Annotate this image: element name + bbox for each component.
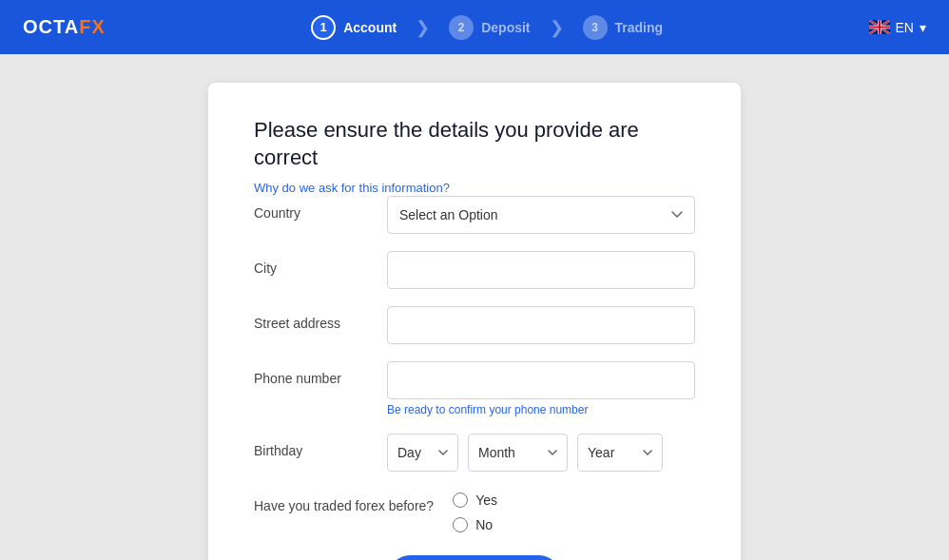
city-input[interactable] xyxy=(387,251,695,289)
continue-row: CONTINUE › xyxy=(254,555,695,560)
city-field xyxy=(387,251,695,289)
birthday-year-select[interactable]: Year xyxy=(577,434,663,472)
uk-flag-icon xyxy=(869,20,890,34)
card-subtitle-link[interactable]: Why do we ask for this information? xyxy=(254,181,450,195)
forex-yes-label: Yes xyxy=(475,492,497,508)
language-selector[interactable]: EN ▾ xyxy=(869,20,926,35)
street-field xyxy=(387,306,695,344)
forex-row: Have you traded forex before? Yes No xyxy=(254,489,695,532)
nav-steps: 1 Account ❯ 2 Deposit ❯ 3 Trading xyxy=(296,15,678,40)
card-title: Please ensure the details you provide ar… xyxy=(254,117,695,171)
phone-row: Phone number Be ready to confirm your ph… xyxy=(254,361,695,416)
step-arrow-2: ❯ xyxy=(550,17,564,38)
step-3-label: Trading xyxy=(615,20,664,35)
lang-text: EN xyxy=(896,20,914,35)
header: OCTAFX 1 Account ❯ 2 Deposit ❯ 3 Trading… xyxy=(0,0,949,54)
phone-hint: Be ready to confirm your phone number xyxy=(387,403,695,416)
forex-yes-option[interactable]: Yes xyxy=(453,492,497,508)
birthday-month-select[interactable]: Month xyxy=(468,434,568,472)
country-row: Country Select an Option xyxy=(254,196,695,234)
step-2-number: 2 xyxy=(449,15,474,40)
forex-no-option[interactable]: No xyxy=(453,517,497,532)
step-1-label: Account xyxy=(343,20,397,35)
step-arrow-1: ❯ xyxy=(416,17,430,38)
forex-radio-group: Yes No xyxy=(453,489,497,532)
country-label: Country xyxy=(254,196,368,221)
step-deposit: 2 Deposit xyxy=(434,15,545,40)
form-card: Please ensure the details you provide ar… xyxy=(208,83,741,560)
logo-octa: OCTA xyxy=(23,16,79,37)
step-trading: 3 Trading xyxy=(568,15,679,40)
street-input[interactable] xyxy=(387,306,695,344)
forex-label: Have you traded forex before? xyxy=(254,489,434,513)
step-account: 1 Account xyxy=(296,15,412,40)
forex-no-label: No xyxy=(475,517,493,532)
country-select[interactable]: Select an Option xyxy=(387,196,695,234)
birthday-row: Birthday Day Month Year xyxy=(254,434,695,472)
birthday-field: Day Month Year xyxy=(387,434,695,472)
phone-input[interactable] xyxy=(387,361,695,399)
city-label: City xyxy=(254,251,368,276)
phone-label: Phone number xyxy=(254,361,368,386)
step-2-label: Deposit xyxy=(481,20,530,35)
logo: OCTAFX xyxy=(23,16,106,38)
logo-fx: FX xyxy=(79,16,106,37)
step-1-number: 1 xyxy=(311,15,336,40)
birthday-day-select[interactable]: Day xyxy=(387,434,458,472)
logo-text: OCTAFX xyxy=(23,16,106,38)
city-row: City xyxy=(254,251,695,289)
step-3-number: 3 xyxy=(583,15,608,40)
birthday-label: Birthday xyxy=(254,434,368,458)
country-field: Select an Option xyxy=(387,196,695,234)
forex-yes-radio[interactable] xyxy=(453,492,468,508)
main-content: Please ensure the details you provide ar… xyxy=(0,54,949,560)
street-label: Street address xyxy=(254,306,368,331)
continue-button[interactable]: CONTINUE › xyxy=(389,555,559,560)
chevron-down-icon: ▾ xyxy=(920,20,926,35)
street-row: Street address xyxy=(254,306,695,344)
phone-field: Be ready to confirm your phone number xyxy=(387,361,695,416)
forex-no-radio[interactable] xyxy=(453,517,468,532)
